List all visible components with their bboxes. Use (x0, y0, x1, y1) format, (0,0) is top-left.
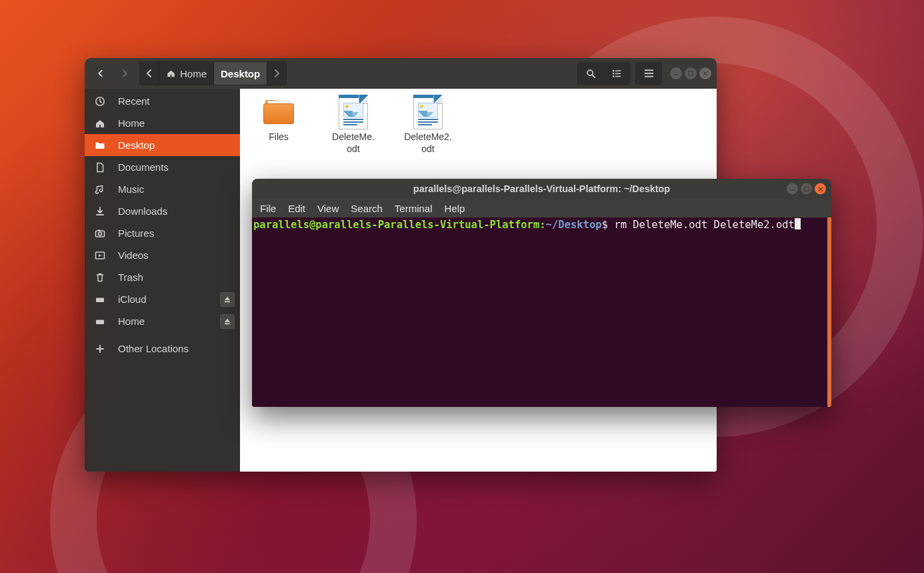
clock-icon (94, 96, 106, 107)
file-item[interactable]: Files (252, 95, 305, 155)
terminal-menu-file[interactable]: File (260, 203, 276, 214)
document-odt-icon (413, 95, 443, 129)
svg-rect-20 (96, 298, 104, 302)
window-minimize-button[interactable] (670, 67, 682, 79)
camera-icon (94, 228, 106, 239)
hamburger-menu-button[interactable] (635, 62, 662, 85)
search-icon (586, 69, 596, 79)
terminal-titlebar[interactable]: parallels@parallels-Parallels-Virtual-Pl… (252, 179, 831, 199)
svg-rect-9 (615, 75, 620, 77)
breadcrumb-back-chevron[interactable] (140, 62, 159, 85)
view-mode-button[interactable] (604, 62, 630, 85)
sidebar-item-downloads[interactable]: Downloads (85, 200, 240, 222)
files-header-bar: Home Desktop (85, 58, 717, 89)
svg-rect-10 (644, 69, 653, 71)
breadcrumb-current[interactable]: Desktop (214, 62, 267, 85)
file-item[interactable]: DeleteMe2.odt (401, 95, 455, 155)
prompt-user-host: parallels@parallels-Parallels-Virtual-Pl… (253, 219, 539, 231)
nav-back-button[interactable] (89, 62, 113, 85)
svg-rect-6 (612, 73, 613, 74)
svg-rect-21 (225, 301, 230, 302)
home-icon (94, 118, 106, 129)
sidebar-item-label: Trash (118, 271, 143, 283)
trash-icon (94, 272, 106, 283)
sidebar-item-label: Home (118, 117, 145, 129)
terminal-cursor (795, 218, 801, 229)
terminal-window-controls (787, 183, 827, 195)
breadcrumb-home-label: Home (180, 68, 207, 79)
terminal-minimize-button[interactable] (787, 183, 798, 195)
sidebar-item-desktop[interactable]: Desktop (85, 134, 240, 156)
eject-button[interactable] (220, 314, 235, 329)
music-icon (94, 184, 106, 195)
search-button[interactable] (577, 62, 604, 85)
terminal-title-text: parallels@parallels-Parallels-Virtual-Pl… (413, 183, 670, 194)
svg-rect-23 (225, 323, 230, 324)
hamburger-icon (644, 69, 654, 78)
sidebar-item-home2[interactable]: Home (85, 310, 240, 332)
svg-rect-12 (644, 76, 653, 77)
sidebar-item-label: iCloud (118, 294, 147, 305)
svg-rect-18 (98, 229, 101, 231)
svg-rect-25 (805, 187, 809, 191)
terminal-body[interactable]: parallels@parallels-Parallels-Virtual-Pl… (252, 217, 831, 407)
window-controls (670, 67, 713, 79)
breadcrumb-forward-chevron[interactable] (267, 62, 286, 85)
sidebar-item-label: Recent (118, 95, 150, 107)
sidebar-item-music[interactable]: Music (85, 178, 240, 200)
sidebar-item-home[interactable]: Home (85, 112, 240, 134)
sidebar-item-label: Downloads (118, 205, 167, 217)
sidebar-item-label: Pictures (118, 227, 154, 239)
svg-rect-14 (689, 71, 693, 75)
places-sidebar: RecentHomeDesktopDocumentsMusicDownloads… (85, 89, 240, 472)
terminal-maximize-button[interactable] (801, 183, 812, 195)
document-odt-icon (339, 95, 368, 129)
svg-rect-5 (615, 70, 620, 71)
sidebar-item-trash[interactable]: Trash (85, 266, 240, 288)
list-view-icon (612, 69, 622, 79)
sidebar-item-documents[interactable]: Documents (85, 156, 240, 178)
sidebar-item-pictures[interactable]: Pictures (85, 222, 240, 244)
folder-icon (263, 100, 294, 124)
nav-forward-button[interactable] (113, 62, 137, 85)
terminal-menu-search[interactable]: Search (351, 203, 383, 214)
sidebar-item-label: Home (118, 316, 145, 327)
drive-icon (94, 316, 106, 327)
svg-rect-24 (791, 189, 795, 191)
breadcrumb-home[interactable]: Home (159, 62, 214, 85)
file-item[interactable]: DeleteMe.odt (327, 95, 380, 155)
terminal-close-button[interactable] (815, 183, 826, 195)
svg-line-3 (592, 75, 595, 77)
eject-button[interactable] (220, 292, 235, 307)
prompt-path: ~/Desktop (546, 219, 602, 231)
sidebar-item-videos[interactable]: Videos (85, 244, 240, 266)
window-maximize-button[interactable] (685, 67, 697, 79)
sidebar-item-label: Other Locations (118, 343, 189, 354)
terminal-window: parallels@parallels-Parallels-Virtual-Pl… (252, 179, 831, 407)
sidebar-item-icloud[interactable]: iCloud (85, 288, 240, 310)
terminal-scrollbar[interactable] (827, 217, 831, 407)
svg-rect-13 (674, 74, 678, 75)
folder-icon (94, 140, 106, 151)
prompt-colon: : (539, 219, 545, 231)
breadcrumb: Home Desktop (139, 61, 287, 85)
drive-icon (94, 294, 106, 305)
svg-rect-11 (644, 73, 653, 74)
sidebar-item-recent[interactable]: Recent (85, 90, 240, 112)
terminal-menubar: FileEditViewSearchTerminalHelp (252, 199, 831, 217)
prompt-symbol: $ (602, 219, 608, 231)
terminal-menu-help[interactable]: Help (445, 203, 465, 214)
file-label: DeleteMe2.odt (401, 131, 455, 155)
terminal-command: rm DeleteMe.odt DeleteMe2.odt (614, 219, 795, 231)
sidebar-item-label: Videos (118, 249, 149, 261)
svg-rect-4 (612, 69, 613, 71)
breadcrumb-current-label: Desktop (221, 68, 260, 79)
sidebar-item-other[interactable]: Other Locations (85, 338, 240, 360)
terminal-menu-terminal[interactable]: Terminal (395, 203, 433, 214)
window-close-button[interactable] (699, 67, 711, 79)
terminal-menu-edit[interactable]: Edit (288, 203, 305, 214)
terminal-menu-view[interactable]: View (317, 203, 339, 214)
file-label: Files (252, 131, 305, 143)
sidebar-item-label: Documents (118, 161, 169, 173)
svg-point-17 (99, 232, 102, 235)
